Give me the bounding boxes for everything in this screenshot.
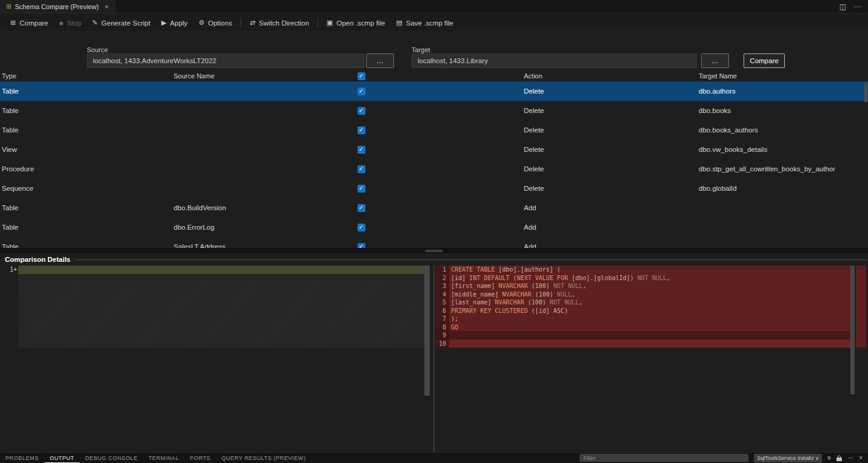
row-action: Delete bbox=[522, 146, 697, 153]
target-browse-button[interactable]: … bbox=[701, 53, 729, 68]
row-target-name: dbo.vw_books_details bbox=[697, 146, 868, 153]
panel-more-icon[interactable]: ⋯ bbox=[847, 454, 853, 461]
row-include-checkbox[interactable]: ✓ bbox=[358, 165, 365, 173]
row-include-checkbox[interactable]: ✓ bbox=[358, 243, 365, 249]
diff-target-pane[interactable]: 1CREATE TABLE [dbo].[authors] (2[id] INT… bbox=[435, 266, 852, 452]
table-row[interactable]: Table✓Deletedbo.books bbox=[0, 101, 868, 120]
code-token: (100) bbox=[527, 298, 549, 307]
splitter-handle[interactable] bbox=[425, 250, 443, 252]
switch-direction-icon: ⇄ bbox=[249, 19, 255, 27]
compare-run-button[interactable]: Compare bbox=[744, 53, 785, 68]
column-header-target-name[interactable]: Target Name bbox=[697, 72, 868, 80]
compare-icon: ⊞ bbox=[10, 19, 16, 27]
panel-close-icon[interactable]: × bbox=[859, 454, 863, 461]
row-include-checkbox[interactable]: ✓ bbox=[358, 107, 365, 115]
stop-button[interactable]: ■Stop bbox=[54, 17, 87, 29]
target-input[interactable]: localhost, 1433.Library bbox=[412, 53, 697, 68]
horizontal-splitter[interactable] bbox=[0, 248, 868, 253]
target-label: Target bbox=[412, 46, 430, 53]
diff-line-number: 1 bbox=[435, 266, 449, 274]
grid-scrollbar-thumb[interactable] bbox=[864, 83, 867, 102]
panel-tab-ports[interactable]: PORTS bbox=[185, 453, 216, 463]
diff-code-line: 7); bbox=[435, 315, 852, 323]
diff-left-scrollbar-thumb[interactable] bbox=[424, 266, 430, 396]
row-type: Table bbox=[0, 243, 172, 248]
split-editor-icon[interactable]: ◫ bbox=[839, 2, 846, 11]
row-action: Delete bbox=[522, 87, 697, 95]
source-label: Source bbox=[87, 46, 108, 53]
generate-script-button[interactable]: ✎Generate Script bbox=[87, 16, 156, 29]
toolbar-item-label: Stop bbox=[67, 19, 81, 27]
source-input[interactable]: localhost, 1433.AdventureWorksLT2022 bbox=[87, 53, 364, 68]
table-row[interactable]: Table✓Deletedbo.books_authors bbox=[0, 120, 868, 140]
code-token: PRIMARY KEY CLUSTERED bbox=[451, 307, 531, 315]
diff-line-content: [first_name] NVARCHAR (100) NOT NULL, bbox=[449, 282, 852, 290]
diff-pane-divider[interactable] bbox=[433, 266, 435, 452]
source-browse-button[interactable]: … bbox=[366, 53, 394, 68]
column-header-action[interactable]: Action bbox=[522, 72, 697, 80]
options-button[interactable]: ⚙Options bbox=[193, 16, 238, 29]
output-filter-input[interactable]: Filter bbox=[580, 454, 748, 462]
save-scmp-icon: ▤ bbox=[396, 19, 402, 27]
tab-close-icon[interactable]: × bbox=[105, 3, 109, 10]
select-all-checkbox[interactable]: ✓ bbox=[358, 72, 365, 80]
table-row[interactable]: Tabledbo.ErrorLog✓Add bbox=[0, 218, 868, 237]
code-token: NEXT VALUE FOR bbox=[517, 274, 571, 283]
comparison-results-grid: Table✓Deletedbo.authorsTable✓Deletedbo.b… bbox=[0, 81, 868, 248]
row-include-checkbox[interactable]: ✓ bbox=[358, 87, 365, 95]
row-type: Procedure bbox=[0, 165, 172, 173]
stop-icon: ■ bbox=[59, 19, 64, 27]
code-token: GO bbox=[451, 323, 458, 332]
editor-more-icon[interactable]: ⋯ bbox=[853, 2, 861, 11]
tab-title: Schema Compare (Preview) bbox=[15, 3, 98, 10]
diff-source-pane[interactable]: 1+ bbox=[0, 266, 432, 452]
toolbar-item-label: Switch Direction bbox=[259, 19, 309, 27]
output-actions-icon[interactable]: ≡ bbox=[827, 454, 831, 461]
panel-tab-problems[interactable]: PROBLEMS bbox=[0, 453, 44, 463]
code-token: [id] bbox=[451, 274, 469, 283]
row-type: Table bbox=[0, 204, 172, 211]
comparison-details-header: Comparison Details bbox=[0, 255, 868, 264]
diff-right-scrollbar-thumb[interactable] bbox=[850, 266, 855, 394]
column-header-source-name[interactable]: Source Name bbox=[172, 72, 354, 80]
column-header-type[interactable]: Type bbox=[0, 72, 172, 80]
output-channel-select[interactable]: SqlToolsService Initializ ∨ bbox=[754, 454, 822, 462]
table-row[interactable]: Table✓Deletedbo.authors bbox=[0, 81, 868, 101]
panel-tab-output[interactable]: OUTPUT bbox=[44, 453, 80, 463]
diff-line-number: 6 bbox=[435, 307, 449, 315]
toolbar-item-label: Options bbox=[208, 19, 232, 27]
toolbar-separator bbox=[240, 18, 241, 27]
table-row[interactable]: Procedure✓Deletedbo.stp_get_all_cowritte… bbox=[0, 159, 868, 179]
row-include-checkbox[interactable]: ✓ bbox=[358, 126, 365, 134]
panel-tab-debug-console[interactable]: DEBUG CONSOLE bbox=[80, 453, 143, 463]
connections-section: Source localhost, 1433.AdventureWorksLT2… bbox=[0, 32, 868, 70]
table-row[interactable]: Sequence✓Deletedbo.globalId bbox=[0, 179, 868, 198]
compare-button[interactable]: ⊞Compare bbox=[5, 16, 54, 29]
table-row[interactable]: Tabledbo.BuildVersion✓Add bbox=[0, 198, 868, 218]
row-type: View bbox=[0, 146, 172, 153]
bottom-panel-bar: PROBLEMSOUTPUTDEBUG CONSOLETERMINALPORTS… bbox=[0, 452, 868, 463]
code-token: , bbox=[579, 298, 583, 307]
code-token: NOT NULL bbox=[554, 282, 583, 290]
open-scmp-file-button[interactable]: ▣Open .scmp file bbox=[321, 16, 390, 29]
apply-button[interactable]: ▶Apply bbox=[156, 16, 193, 29]
row-include-checkbox[interactable]: ✓ bbox=[358, 204, 365, 212]
save-scmp-file-button[interactable]: ▤Save .scmp file bbox=[390, 16, 458, 29]
panel-tab-terminal[interactable]: TERMINAL bbox=[143, 453, 185, 463]
code-token: NOT NULL bbox=[637, 274, 666, 283]
diff-line-number: 4 bbox=[435, 290, 449, 299]
lock-icon[interactable] bbox=[836, 455, 842, 461]
switch-direction-button[interactable]: ⇄Switch Direction bbox=[244, 16, 314, 29]
panel-tab-query-results-preview-[interactable]: QUERY RESULTS (PREVIEW) bbox=[216, 453, 311, 463]
table-row[interactable]: View✓Deletedbo.vw_books_details bbox=[0, 140, 868, 159]
tab-schema-compare[interactable]: ⊞ Schema Compare (Preview) × bbox=[0, 0, 115, 13]
row-type: Table bbox=[0, 87, 172, 95]
code-token: INT DEFAULT bbox=[469, 274, 513, 283]
row-include-checkbox[interactable]: ✓ bbox=[358, 224, 365, 231]
row-type: Table bbox=[0, 224, 172, 231]
row-target-name: dbo.globalId bbox=[697, 185, 868, 192]
table-row[interactable]: TableSalesLT.Address✓Add bbox=[0, 237, 868, 248]
row-include-checkbox[interactable]: ✓ bbox=[358, 185, 365, 193]
row-include-checkbox[interactable]: ✓ bbox=[358, 146, 365, 154]
diff-code-line: 10 bbox=[435, 340, 852, 348]
